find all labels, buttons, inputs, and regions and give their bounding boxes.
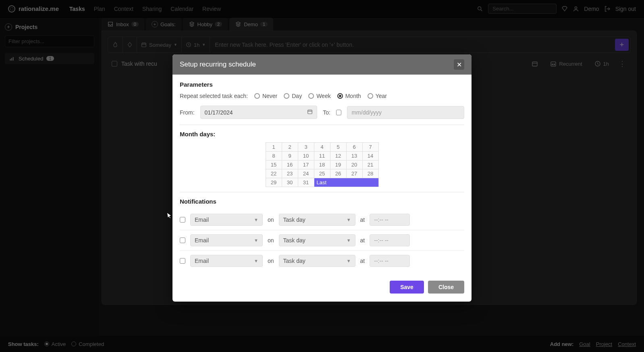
notif-row-2: Email▼ on Task day▼ at --:-- -- <box>180 251 464 271</box>
repeat-row: Repeat selected task each: Never Day Wee… <box>180 93 464 99</box>
monthdays-heading: Month days: <box>180 131 464 137</box>
save-button[interactable]: Save <box>390 281 424 294</box>
notif-time-input[interactable]: --:-- -- <box>370 214 410 226</box>
day-22[interactable]: 22 <box>266 169 282 178</box>
repeat-month[interactable]: Month <box>337 93 361 99</box>
notif-when-select[interactable]: Task day▼ <box>279 214 355 226</box>
notif-when-select[interactable]: Task day▼ <box>279 255 355 267</box>
svg-rect-17 <box>308 110 312 114</box>
day-12[interactable]: 12 <box>330 152 347 160</box>
recurring-modal: Setup recurring schedule ✕ Parameters Re… <box>172 54 472 302</box>
day-grid: 1234567891011121314151617181920212223242… <box>266 142 379 187</box>
modal-overlay: Setup recurring schedule ✕ Parameters Re… <box>0 0 644 352</box>
modal-footer: Save Close <box>172 275 472 302</box>
day-27[interactable]: 27 <box>347 169 363 178</box>
notif-row-1: Email▼ on Task day▼ at --:-- -- <box>180 230 464 251</box>
notif-enable-checkbox[interactable] <box>180 237 185 243</box>
day-7[interactable]: 7 <box>363 143 379 152</box>
to-label: To: <box>323 109 330 116</box>
notif-time-input[interactable]: --:-- -- <box>370 234 410 246</box>
day-16[interactable]: 16 <box>282 160 298 169</box>
day-15[interactable]: 15 <box>266 160 282 169</box>
repeat-day[interactable]: Day <box>284 93 302 99</box>
day-6[interactable]: 6 <box>347 143 363 152</box>
repeat-year[interactable]: Year <box>368 93 387 99</box>
notif-method-select[interactable]: Email▼ <box>190 214 263 226</box>
notif-row-0: Email▼ on Task day▼ at --:-- -- <box>180 210 464 230</box>
day-9[interactable]: 9 <box>282 152 298 160</box>
day-8[interactable]: 8 <box>266 152 282 160</box>
close-button[interactable]: Close <box>428 281 464 294</box>
repeat-label: Repeat selected task each: <box>180 93 248 99</box>
day-13[interactable]: 13 <box>347 152 363 160</box>
day-19[interactable]: 19 <box>330 160 347 169</box>
repeat-week[interactable]: Week <box>308 93 331 99</box>
modal-title: Setup recurring schedule <box>180 60 256 69</box>
to-enable-checkbox[interactable] <box>336 110 342 115</box>
notif-enable-checkbox[interactable] <box>180 217 185 223</box>
day-25[interactable]: 25 <box>314 169 330 178</box>
to-date-input[interactable]: mm/dd/yyyy <box>347 106 464 119</box>
day-11[interactable]: 11 <box>314 152 330 160</box>
notifs-heading: Notifications <box>180 198 464 205</box>
day-2[interactable]: 2 <box>282 143 298 152</box>
notif-method-select[interactable]: Email▼ <box>190 234 263 246</box>
day-31[interactable]: 31 <box>298 178 314 187</box>
day-14[interactable]: 14 <box>363 152 379 160</box>
day-1[interactable]: 1 <box>266 143 282 152</box>
from-date-input[interactable]: 01/17/2024 <box>200 106 318 119</box>
date-row: From: 01/17/2024 To: mm/dd/yyyy <box>180 106 464 119</box>
notif-when-select[interactable]: Task day▼ <box>279 234 355 246</box>
repeat-never[interactable]: Never <box>254 93 277 99</box>
notif-enable-checkbox[interactable] <box>180 258 185 264</box>
day-18[interactable]: 18 <box>314 160 330 169</box>
day-3[interactable]: 3 <box>298 143 314 152</box>
notif-time-input[interactable]: --:-- -- <box>370 255 410 267</box>
day-30[interactable]: 30 <box>282 178 298 187</box>
modal-header: Setup recurring schedule ✕ <box>172 54 472 75</box>
notif-method-select[interactable]: Email▼ <box>190 255 263 267</box>
params-heading: Parameters <box>180 81 464 88</box>
day-29[interactable]: 29 <box>266 178 282 187</box>
day-4[interactable]: 4 <box>314 143 330 152</box>
day-20[interactable]: 20 <box>347 160 363 169</box>
day-23[interactable]: 23 <box>282 169 298 178</box>
day-28[interactable]: 28 <box>363 169 379 178</box>
from-label: From: <box>180 109 195 116</box>
day-24[interactable]: 24 <box>298 169 314 178</box>
day-21[interactable]: 21 <box>363 160 379 169</box>
day-26[interactable]: 26 <box>330 169 347 178</box>
day-last[interactable]: Last <box>314 178 379 187</box>
day-5[interactable]: 5 <box>330 143 347 152</box>
day-10[interactable]: 10 <box>298 152 314 160</box>
day-17[interactable]: 17 <box>298 160 314 169</box>
calendar-icon <box>307 109 313 116</box>
close-icon[interactable]: ✕ <box>454 59 464 70</box>
